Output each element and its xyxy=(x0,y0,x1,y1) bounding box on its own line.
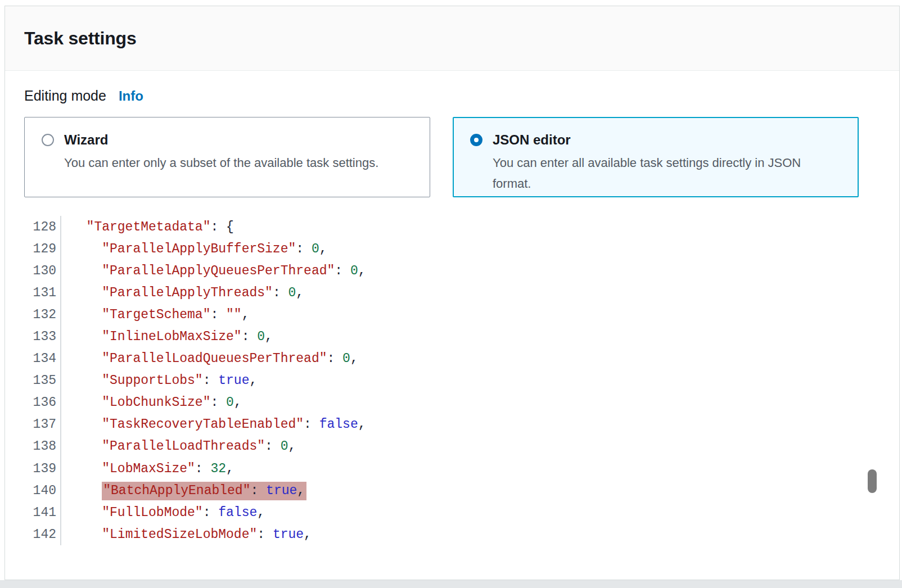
line-number: 141 xyxy=(5,505,60,520)
panel-header: Task settings xyxy=(5,6,899,71)
option-card-json-editor-content: JSON editor You can enter all available … xyxy=(493,132,830,183)
code-line[interactable]: 137 "TaskRecoveryTableEnabled": false, xyxy=(5,414,897,436)
line-number: 136 xyxy=(5,395,60,410)
code-text: "LobMaxSize": 32, xyxy=(61,462,234,476)
code-text: "InlineLobMaxSize": 0, xyxy=(61,329,273,344)
line-number: 129 xyxy=(5,242,60,256)
code-line[interactable]: 138 "ParallelLoadThreads": 0, xyxy=(5,436,897,458)
code-line[interactable]: 129 "ParallelApplyBufferSize": 0, xyxy=(5,238,897,260)
panel-body: Editing mode Info Wizard You can enter o… xyxy=(5,71,899,580)
page-bottom-strip xyxy=(0,580,902,588)
code-line[interactable]: 142 "LimitedSizeLobMode": true, xyxy=(5,523,897,545)
code-text: "BatchApplyEnabled": true, xyxy=(61,483,306,498)
line-number: 130 xyxy=(5,264,60,278)
info-link[interactable]: Info xyxy=(119,88,143,104)
editing-mode-row: Editing mode Info xyxy=(24,88,143,104)
line-number: 135 xyxy=(5,373,60,388)
code-text: "TargetSchema": "", xyxy=(61,307,249,322)
page-title: Task settings xyxy=(24,28,137,49)
code-text: "ParallelApplyThreads": 0, xyxy=(61,286,304,300)
line-number: 137 xyxy=(5,417,60,432)
code-text: "LimitedSizeLobMode": true, xyxy=(61,527,312,542)
code-line[interactable]: 132 "TargetSchema": "", xyxy=(5,304,897,325)
code-line[interactable]: 139 "LobMaxSize": 32, xyxy=(5,458,897,480)
line-number: 139 xyxy=(5,462,60,476)
code-text: "ParallelApplyQueuesPerThread": 0, xyxy=(61,264,366,278)
option-card-json-editor[interactable]: JSON editor You can enter all available … xyxy=(453,117,859,197)
code-line[interactable]: 131 "ParallelApplyThreads": 0, xyxy=(5,282,897,304)
code-line[interactable]: 136 "LobChunkSize": 0, xyxy=(5,392,897,414)
vertical-scrollbar-thumb[interactable] xyxy=(868,469,877,493)
editing-mode-options: Wizard You can enter only a subset of th… xyxy=(24,117,859,197)
task-settings-panel: Task settings Editing mode Info Wizard Y… xyxy=(4,6,900,580)
code-line[interactable]: 135 "SupportLobs": true, xyxy=(5,370,897,392)
option-description: You can enter only a subset of the avail… xyxy=(64,152,378,173)
line-number: 131 xyxy=(5,286,60,300)
code-text: "FullLobMode": false, xyxy=(61,505,265,520)
option-card-wizard-content: Wizard You can enter only a subset of th… xyxy=(64,132,378,183)
code-text: "ParallelLoadQueuesPerThread": 0, xyxy=(61,351,358,366)
radio-unselected-icon[interactable] xyxy=(42,134,54,146)
json-editor[interactable]: 128 "TargetMetadata": {129 "ParallelAppl… xyxy=(5,216,897,545)
radio-selected-icon[interactable] xyxy=(470,134,482,146)
code-line[interactable]: 128 "TargetMetadata": { xyxy=(5,216,897,238)
code-line[interactable]: 130 "ParallelApplyQueuesPerThread": 0, xyxy=(5,260,897,282)
line-number: 142 xyxy=(5,527,60,542)
code-line[interactable]: 133 "InlineLobMaxSize": 0, xyxy=(5,325,897,347)
code-text: "TaskRecoveryTableEnabled": false, xyxy=(61,417,366,432)
code-text: "TargetMetadata": { xyxy=(61,220,234,234)
code-text: "LobChunkSize": 0, xyxy=(61,395,242,410)
option-title: Wizard xyxy=(64,132,378,148)
line-number: 134 xyxy=(5,351,60,366)
line-number: 133 xyxy=(5,329,60,344)
code-line[interactable]: 134 "ParallelLoadQueuesPerThread": 0, xyxy=(5,348,897,370)
editing-mode-label: Editing mode xyxy=(24,88,106,104)
code-text: "ParallelApplyBufferSize": 0, xyxy=(61,242,327,256)
code-text: "SupportLobs": true, xyxy=(61,373,257,388)
line-number: 132 xyxy=(5,307,60,322)
code-line[interactable]: 140 "BatchApplyEnabled": true, xyxy=(5,480,897,501)
code-text: "ParallelLoadThreads": 0, xyxy=(61,439,296,454)
option-description: You can enter all available task setting… xyxy=(493,152,830,194)
option-card-wizard[interactable]: Wizard You can enter only a subset of th… xyxy=(24,117,430,197)
option-title: JSON editor xyxy=(493,132,830,148)
line-number: 140 xyxy=(5,483,60,498)
line-number: 138 xyxy=(5,439,60,454)
code-line[interactable]: 141 "FullLobMode": false, xyxy=(5,501,897,523)
line-number: 128 xyxy=(5,220,60,234)
highlighted-code: "BatchApplyEnabled": true, xyxy=(102,482,306,500)
